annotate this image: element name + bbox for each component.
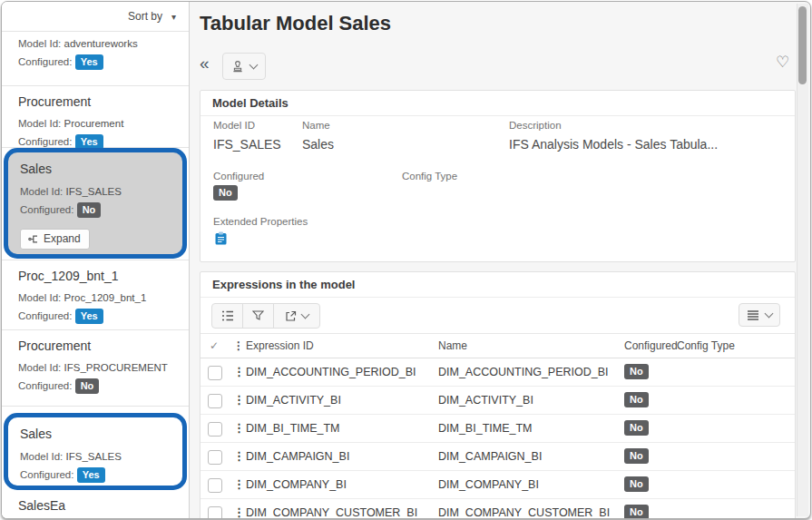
table-row[interactable]: ⋮ DIM_COMPANY_CUSTOMER_BI DIM_COMPANY_CU… [201,499,795,519]
table-options-button[interactable] [739,303,780,327]
sort-by-control[interactable]: Sort by ▾ [2,2,189,32]
extended-properties-note-icon[interactable] [215,231,227,245]
vertical-scrollbar[interactable] [797,4,808,516]
expression-id-cell: DIM_COMPANY_CUSTOMER_BI [246,506,417,519]
sort-by-label: Sort by [128,10,162,23]
model-list-sidebar: Sort by ▾ Model Id: adventureworks Confi… [2,2,190,518]
configured-badge: Yes [75,309,103,324]
row-checkbox[interactable] [208,394,222,408]
chevron-down-icon [765,309,774,319]
column-expression-id[interactable]: Expression ID [246,339,314,352]
item-title: SalesEa [18,498,180,513]
model-id-value: IFS_PROCUREMENT [64,362,168,373]
model-id-value: IFS_SALES [66,186,122,197]
expand-fork-icon [28,234,38,244]
configured-label: Configured: [20,469,73,480]
name-cell: DIM_CAMPAIGN_BI [438,450,542,463]
table-row[interactable]: ⋮ DIM_ACTIVITY_BI DIM_ACTIVITY_BI No [201,387,795,415]
name-field-label: Name [302,120,330,131]
expand-button[interactable]: Expand [20,229,90,250]
expression-id-cell: DIM_CAMPAIGN_BI [246,450,349,463]
expression-id-cell: DIM_ACTIVITY_BI [246,394,341,407]
chevron-down-icon [301,310,310,319]
row-kebab-icon[interactable]: ⋮ [233,505,245,519]
model-id-label: Model Id: [18,362,61,373]
item-title: Procurement [18,338,180,353]
row-checkbox[interactable] [208,422,222,437]
model-id-value: Procurement [64,118,124,129]
row-kebab-icon[interactable]: ⋮ [233,365,245,378]
name-cell: DIM_BI_TIME_TM [438,422,533,435]
column-name[interactable]: Name [438,339,467,352]
expressions-card: Expressions in the model ✓ ⋮ Ex [200,271,796,519]
favorite-heart-icon[interactable]: ♡ [776,53,789,72]
expressions-toolbar [211,303,320,329]
select-all-check-icon[interactable]: ✓ [210,339,219,352]
approve-command-button[interactable] [222,53,266,80]
configured-label: Configured: [18,56,72,67]
table-row[interactable]: ⋮ DIM_ACCOUNTING_PERIOD_BI DIM_ACCOUNTIN… [201,358,795,387]
chevron-down-icon [249,61,259,70]
sidebar-item-procurement[interactable]: Procurement Model Id: Procurement Config… [2,86,189,148]
filter-button[interactable] [243,304,274,328]
name-cell: DIM_ACTIVITY_BI [438,394,533,407]
configured-label: Configured: [18,380,72,391]
configured-badge: No [77,202,102,218]
expression-id-cell: DIM_COMPANY_BI [246,478,347,491]
configured-badge: No [624,505,649,519]
sort-caret-icon: ▾ [171,12,176,22]
model-id-value: IFS_SALES [213,137,281,152]
description-field-label: Description [509,120,562,131]
sidebar-item-proc-1209[interactable]: Proc_1209_bnt_1 Model Id: Proc_1209_bnt_… [2,260,189,330]
row-kebab-icon[interactable]: ⋮ [233,393,245,407]
row-checkbox[interactable] [208,366,222,380]
model-details-title: Model Details [201,91,795,116]
expand-label: Expand [44,232,81,245]
model-id-value: adventureworks [64,38,138,49]
configured-badge: Yes [75,54,103,70]
item-title: Sales [20,427,175,441]
multiselect-list-button[interactable] [212,304,243,328]
model-id-label: Model Id: [18,292,61,303]
expressions-table-header: ✓ ⋮ Expression ID Name Configured Config… [201,333,795,358]
configured-badge: No [624,364,649,379]
item-title: Sales [20,162,175,176]
row-kebab-icon[interactable]: ⋮ [233,477,245,491]
name-cell: DIM_COMPANY_CUSTOMER_BI [438,506,610,519]
table-row[interactable]: ⋮ DIM_BI_TIME_TM DIM_BI_TIME_TM No [201,415,795,443]
configured-label: Configured: [18,310,72,321]
sidebar-item-sales-selected[interactable]: Sales Model Id: IFS_SALES Configured: No… [4,148,187,259]
sidebar-item-procurement-ifs[interactable]: Procurement Model Id: IFS_PROCUREMENT Co… [2,330,189,407]
table-row[interactable]: ⋮ DIM_CAMPAIGN_BI DIM_CAMPAIGN_BI No [201,443,795,471]
row-kebab-icon[interactable]: ⋮ [233,449,245,463]
collapse-panel-icon[interactable]: « [200,54,210,74]
configured-badge: No [624,448,649,464]
description-value: IFS Analysis Models - Sales Tabula... [509,137,718,152]
model-id-label: Model Id: [18,38,61,49]
row-checkbox[interactable] [208,506,222,519]
row-checkbox[interactable] [208,450,222,465]
configured-badge: Yes [77,467,105,483]
share-export-button[interactable] [274,304,319,328]
expression-id-cell: DIM_BI_TIME_TM [246,422,340,435]
column-configured[interactable]: Configured [624,339,678,352]
scrollbar-thumb[interactable] [798,6,807,84]
config-type-field-label: Config Type [402,171,457,182]
header-kebab-icon[interactable]: ⋮ [233,339,244,352]
table-row[interactable]: ⋮ DIM_COMPANY_BI DIM_COMPANY_BI No [201,471,795,499]
model-id-label: Model Id: [20,451,63,462]
configured-badge: No [624,420,649,436]
configured-badge: No [624,392,649,407]
configured-badge: No [624,476,649,492]
sidebar-item-adventureworks[interactable]: Model Id: adventureworks Configured: Yes [2,32,189,86]
stamp-icon [231,60,244,73]
sidebar-item-salesea[interactable]: SalesEa [2,490,189,519]
item-title: Proc_1209_bnt_1 [18,269,180,283]
row-kebab-icon[interactable]: ⋮ [233,421,245,435]
configured-field-label: Configured [213,171,264,182]
sidebar-item-sales-highlighted[interactable]: Sales Model Id: IFS_SALES Configured: Ye… [4,413,187,490]
page-title: Tabular Model Sales [200,12,391,35]
model-id-field-label: Model ID [213,120,255,131]
column-config-type[interactable]: Config Type [677,339,735,352]
row-checkbox[interactable] [208,478,222,493]
